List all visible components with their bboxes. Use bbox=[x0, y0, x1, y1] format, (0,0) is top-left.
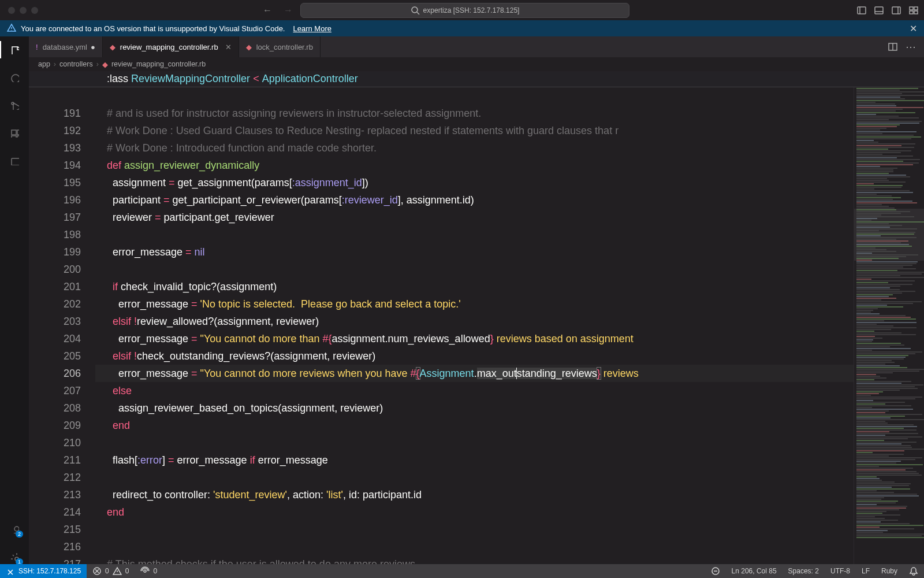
forward-icon[interactable]: → bbox=[284, 5, 293, 16]
svg-point-9 bbox=[12, 102, 14, 105]
search-activity-icon[interactable] bbox=[7, 70, 22, 85]
warning-icon bbox=[113, 566, 122, 576]
remote-icon bbox=[6, 566, 15, 576]
language-mode[interactable]: Ruby bbox=[875, 566, 903, 576]
tab-review_mapping_controller.rb[interactable]: ◆review_mapping_controller.rb✕ bbox=[103, 36, 239, 57]
file-type-icon: ◆ bbox=[246, 43, 252, 51]
breadcrumb-segment[interactable]: app bbox=[38, 60, 50, 68]
svg-rect-11 bbox=[17, 130, 19, 135]
error-count: 0 bbox=[105, 567, 109, 575]
warning-count: 0 bbox=[125, 567, 129, 575]
banner-text: You are connected to an OS version that … bbox=[21, 24, 285, 33]
notifications-icon[interactable] bbox=[903, 566, 924, 576]
svg-point-8 bbox=[12, 75, 19, 82]
search-icon bbox=[411, 6, 420, 15]
title-bar: ← → expertiza [SSH: 152.7.178.125] bbox=[0, 0, 924, 20]
settings-badge: 1 bbox=[16, 558, 23, 565]
remote-explorer-icon[interactable] bbox=[7, 153, 22, 168]
traffic-lights bbox=[8, 7, 38, 14]
account-badge: 2 bbox=[16, 531, 23, 538]
line-number-gutter: 1911921931941951961971981992002012022032… bbox=[29, 87, 95, 564]
activity-bar: 2 1 bbox=[0, 36, 29, 564]
code-editor[interactable]: # and is used for instructor assigning r… bbox=[95, 87, 854, 564]
eol-setting[interactable]: LF bbox=[856, 566, 875, 576]
min-window-dot[interactable] bbox=[20, 7, 27, 14]
svg-rect-5 bbox=[914, 7, 918, 10]
svg-point-0 bbox=[412, 7, 418, 13]
tab-database.yml[interactable]: !database.yml● bbox=[29, 36, 103, 57]
ports-indicator[interactable]: 0 bbox=[135, 566, 163, 576]
breadcrumb[interactable]: app›controllers›◆review_mapping_controll… bbox=[29, 57, 924, 71]
settings-gear-icon[interactable]: 1 bbox=[7, 549, 22, 564]
svg-rect-3 bbox=[892, 7, 900, 14]
sticky-scroll[interactable]: :lass ReviewMappingController < Applicat… bbox=[29, 71, 924, 87]
svg-rect-6 bbox=[910, 11, 913, 14]
tab-label: database.yml bbox=[43, 43, 87, 51]
layout-right-icon[interactable] bbox=[892, 6, 901, 15]
close-icon[interactable]: ✕ bbox=[910, 23, 917, 34]
problems-indicator[interactable]: 0 0 bbox=[87, 566, 135, 576]
remote-indicator[interactable]: SSH: 152.7.178.125 bbox=[0, 564, 87, 578]
explorer-icon[interactable] bbox=[7, 42, 22, 57]
svg-rect-1 bbox=[858, 7, 866, 14]
ports-icon bbox=[140, 566, 150, 576]
layout-bottom-icon[interactable] bbox=[874, 6, 884, 15]
banner-link[interactable]: Learn More bbox=[293, 24, 331, 33]
account-icon[interactable]: 2 bbox=[7, 521, 22, 536]
tab-bar: !database.yml●◆review_mapping_controller… bbox=[29, 36, 924, 57]
notification-banner: You are connected to an OS version that … bbox=[0, 20, 924, 36]
breadcrumb-segment[interactable]: controllers bbox=[59, 60, 93, 68]
svg-point-19 bbox=[144, 570, 146, 572]
indent-setting[interactable]: Spaces: 2 bbox=[783, 566, 825, 576]
error-icon bbox=[92, 566, 102, 576]
more-actions-icon[interactable]: ⋯ bbox=[906, 40, 916, 53]
status-bar: SSH: 152.7.178.125 0 0 0 Ln 206, Col 85 … bbox=[0, 564, 924, 578]
cursor-position[interactable]: Ln 206, Col 85 bbox=[726, 566, 783, 576]
run-debug-icon[interactable] bbox=[7, 98, 22, 113]
tab-label: review_mapping_controller.rb bbox=[120, 43, 218, 51]
svg-rect-4 bbox=[910, 7, 913, 10]
warning-icon bbox=[7, 23, 16, 34]
back-icon[interactable]: ← bbox=[263, 5, 272, 16]
encoding-setting[interactable]: UTF-8 bbox=[825, 566, 856, 576]
nav-arrows: ← → bbox=[263, 5, 293, 16]
layout-left-icon[interactable] bbox=[857, 6, 866, 15]
close-window-dot[interactable] bbox=[8, 7, 15, 14]
file-type-icon: ◆ bbox=[110, 43, 116, 51]
modified-dot-icon: ● bbox=[91, 43, 95, 51]
svg-rect-12 bbox=[12, 136, 16, 138]
svg-rect-2 bbox=[875, 7, 883, 14]
max-window-dot[interactable] bbox=[31, 7, 38, 14]
window-title: expertiza [SSH: 152.7.178.125] bbox=[423, 6, 520, 14]
file-type-icon: ! bbox=[36, 43, 38, 51]
remote-label: SSH: 152.7.178.125 bbox=[18, 567, 81, 575]
feedback-icon[interactable] bbox=[705, 566, 726, 576]
command-center[interactable]: expertiza [SSH: 152.7.178.125] bbox=[300, 3, 629, 18]
svg-rect-7 bbox=[914, 11, 918, 14]
close-tab-icon[interactable]: ✕ bbox=[225, 43, 232, 51]
split-editor-icon[interactable] bbox=[888, 42, 897, 51]
layout-grid-icon[interactable] bbox=[909, 6, 918, 15]
tab-lock_controller.rb[interactable]: ◆lock_controller.rb bbox=[239, 36, 321, 57]
breadcrumb-segment[interactable]: review_mapping_controller.rb bbox=[111, 60, 206, 68]
ports-count: 0 bbox=[153, 567, 157, 575]
svg-rect-14 bbox=[12, 158, 19, 165]
svg-rect-13 bbox=[17, 136, 19, 138]
extensions-icon[interactable] bbox=[7, 125, 22, 140]
tab-label: lock_controller.rb bbox=[256, 43, 313, 51]
minimap[interactable] bbox=[854, 87, 924, 564]
svg-rect-10 bbox=[12, 130, 16, 135]
